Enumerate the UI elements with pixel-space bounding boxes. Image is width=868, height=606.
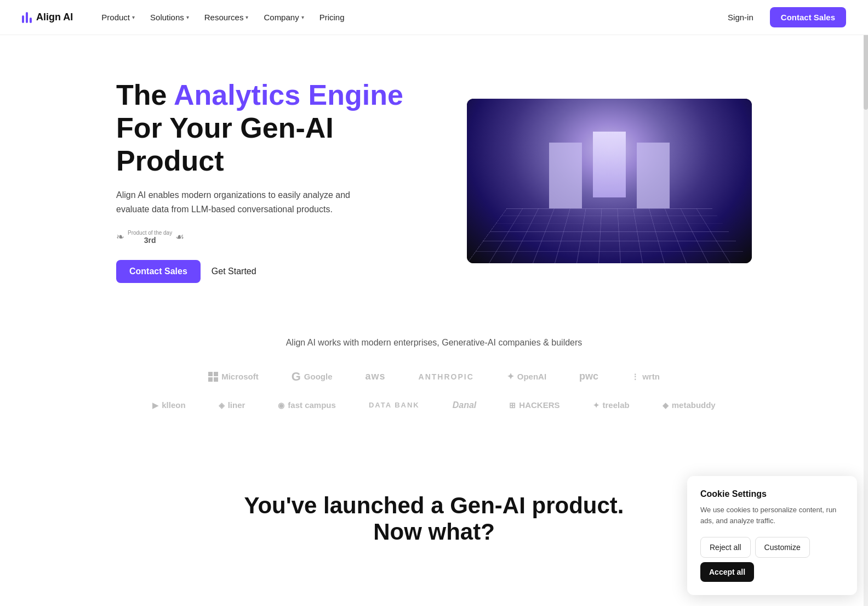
metabuddy-icon: ◆	[663, 401, 669, 410]
nav-company-label: Company	[264, 13, 299, 22]
cookie-buttons: Reject all Customize Accept all	[700, 537, 844, 567]
partner-google: G Google	[292, 370, 333, 384]
partner-openai-label: OpenAI	[517, 372, 546, 381]
scrollbar-track[interactable]	[864, 0, 868, 567]
nav-product-label: Product	[101, 13, 130, 22]
nav-solutions-label: Solutions	[150, 13, 184, 22]
cookie-reject-button[interactable]: Reject all	[700, 537, 751, 558]
hero-image-visual	[467, 99, 752, 263]
google-icon: G	[292, 370, 301, 384]
partner-danal: Danal	[453, 400, 477, 410]
partner-anthropic: ANTHROPIC	[419, 372, 474, 381]
hero-section: The Analytics Engine For Your Gen-AI Pro…	[50, 35, 818, 316]
fastcampus-icon: ◉	[278, 401, 284, 410]
bottom-title-line2: Now what?	[373, 519, 495, 545]
hackers-icon: ⊞	[509, 401, 516, 410]
partner-openai: ✦ OpenAI	[507, 371, 546, 382]
pod-text: Product of the day 3rd	[128, 230, 172, 245]
partner-aws: aws	[366, 371, 386, 382]
hero-title-line2: For Your Gen-AI Product	[116, 112, 334, 177]
chevron-down-icon: ▾	[186, 14, 189, 20]
liner-icon: ◈	[219, 401, 225, 410]
partner-aws-label: aws	[366, 371, 386, 382]
navbar: Align AI Product ▾ Solutions ▾ Resources…	[0, 0, 868, 35]
partners-row1: Microsoft G Google aws ANTHROPIC ✦ OpenA…	[33, 370, 835, 384]
nav-solutions[interactable]: Solutions ▾	[144, 9, 196, 25]
nav-pricing-label: Pricing	[319, 13, 345, 22]
cookie-customize-button[interactable]: Customize	[755, 537, 810, 558]
nav-company[interactable]: Company ▾	[257, 9, 310, 25]
cookie-banner: Cookie Settings We use cookies to person…	[687, 476, 857, 567]
nav-pricing[interactable]: Pricing	[313, 9, 351, 25]
cookie-title: Cookie Settings	[700, 489, 844, 499]
logo-icon	[22, 12, 32, 23]
contact-sales-nav-button[interactable]: Contact Sales	[770, 7, 846, 27]
brand-name: Align AI	[36, 12, 73, 23]
hero-title-accent: Analytics Engine	[174, 79, 403, 111]
partners-row2: ▶ klleon ◈ liner ◉ fast campus DATA BANK…	[33, 400, 835, 410]
partner-microsoft-label: Microsoft	[221, 372, 259, 381]
partner-hackers: ⊞ HACKERS	[509, 400, 559, 410]
partner-treelab-label: treelab	[603, 400, 630, 410]
partner-fastcampus-label: fast campus	[288, 400, 336, 410]
partner-liner-label: liner	[228, 400, 245, 410]
pod-label: Product of the day	[128, 230, 172, 236]
partner-klleon-label: klleon	[162, 400, 185, 410]
partner-wrtn-label: wrtn	[642, 372, 660, 381]
partners-title: Align AI works with modern enterprises, …	[33, 338, 835, 348]
partner-liner: ◈ liner	[219, 400, 245, 410]
hero-title-plain: The	[116, 79, 174, 111]
chevron-down-icon: ▾	[245, 14, 248, 20]
partners-section: Align AI works with modern enterprises, …	[0, 316, 868, 460]
product-of-day: ❧ Product of the day 3rd ☙	[116, 230, 423, 245]
partner-databank-label: DATA BANK	[369, 401, 420, 409]
hero-left: The Analytics Engine For Your Gen-AI Pro…	[116, 79, 423, 283]
nav-links: Product ▾ Solutions ▾ Resources ▾ Compan…	[95, 9, 351, 25]
wrtn-icon: ⋮	[631, 372, 639, 381]
chevron-down-icon: ▾	[132, 14, 135, 20]
chevron-down-icon: ▾	[301, 14, 304, 20]
hero-right	[467, 99, 752, 263]
partner-google-label: Google	[304, 372, 333, 381]
hero-description: Align AI enables modern organizations to…	[116, 188, 379, 216]
partner-hackers-label: HACKERS	[519, 400, 559, 410]
navbar-right: Sign-in Contact Sales	[718, 7, 846, 27]
klleon-icon: ▶	[152, 401, 158, 410]
partner-treelab: ✦ treelab	[593, 400, 630, 410]
partner-microsoft: Microsoft	[208, 372, 259, 382]
partner-databank: DATA BANK	[369, 401, 420, 409]
hero-contact-sales-button[interactable]: Contact Sales	[116, 260, 201, 283]
cookie-description: We use cookies to personalize content, r…	[700, 505, 844, 526]
openai-icon: ✦	[507, 371, 514, 382]
hero-title: The Analytics Engine For Your Gen-AI Pro…	[116, 79, 423, 177]
hero-get-started-button[interactable]: Get Started	[212, 267, 256, 276]
nav-resources[interactable]: Resources ▾	[198, 9, 255, 25]
microsoft-icon	[208, 372, 218, 382]
partner-danal-label: Danal	[453, 400, 477, 410]
cookie-accept-button[interactable]: Accept all	[700, 562, 754, 567]
partner-wrtn: ⋮ wrtn	[631, 372, 660, 381]
navbar-left: Align AI Product ▾ Solutions ▾ Resources…	[22, 9, 351, 25]
partner-fastcampus: ◉ fast campus	[278, 400, 336, 410]
laurel-left-icon: ❧	[116, 231, 124, 243]
partner-anthropic-label: ANTHROPIC	[419, 372, 474, 381]
partner-pwc: pwc	[579, 371, 598, 382]
laurel-right-icon: ☙	[175, 231, 184, 243]
treelab-icon: ✦	[593, 401, 599, 410]
partner-klleon: ▶ klleon	[152, 400, 185, 410]
hero-buttons: Contact Sales Get Started	[116, 260, 423, 283]
hero-image	[467, 99, 752, 263]
partner-metabuddy: ◆ metabuddy	[663, 400, 716, 410]
partner-pwc-label: pwc	[579, 371, 598, 382]
logo[interactable]: Align AI	[22, 12, 73, 23]
pod-rank: 3rd	[144, 236, 156, 245]
sign-in-button[interactable]: Sign-in	[718, 8, 763, 26]
bottom-title-line1: You've launched a Gen-AI product.	[244, 492, 624, 518]
nav-product[interactable]: Product ▾	[95, 9, 141, 25]
partner-metabuddy-label: metabuddy	[672, 400, 716, 410]
nav-resources-label: Resources	[204, 13, 244, 22]
